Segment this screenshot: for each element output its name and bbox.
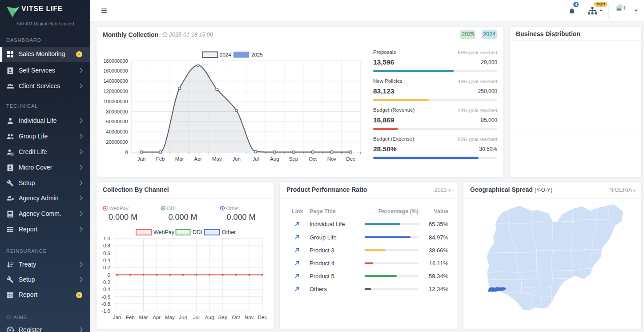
- svg-text:Feb: Feb: [126, 315, 135, 320]
- svg-text:140000000: 140000000: [103, 78, 128, 84]
- svg-text:0.4: 0.4: [103, 258, 111, 263]
- svg-text:180000000: 180000000: [103, 58, 128, 64]
- svg-text:2024: 2024: [220, 52, 231, 57]
- svg-text:Oct: Oct: [309, 156, 317, 162]
- svg-text:Mar: Mar: [139, 315, 148, 320]
- svg-text:0.6: 0.6: [103, 251, 110, 256]
- svg-text:80000000: 80000000: [106, 109, 128, 114]
- svg-text:May: May: [212, 156, 222, 162]
- svg-text:May: May: [165, 315, 175, 320]
- svg-text:DDI: DDI: [167, 206, 176, 211]
- svg-text:Apr: Apr: [194, 156, 202, 162]
- svg-text:Oct: Oct: [232, 315, 241, 320]
- svg-text:Jul: Jul: [252, 156, 259, 162]
- svg-text:Jun: Jun: [232, 156, 241, 162]
- svg-text:WebPay: WebPay: [153, 229, 175, 235]
- svg-text:1.0: 1.0: [103, 236, 110, 241]
- svg-text:0: 0: [125, 150, 128, 155]
- svg-text:Jun: Jun: [179, 315, 187, 320]
- svg-text:Mar: Mar: [175, 156, 184, 162]
- svg-text:0: 0: [108, 272, 110, 278]
- svg-text:Other: Other: [222, 229, 236, 235]
- svg-text:0.000 M: 0.000 M: [227, 213, 256, 222]
- svg-text:Other: Other: [226, 206, 239, 211]
- svg-text:Sep: Sep: [218, 315, 227, 320]
- svg-text:0.2: 0.2: [103, 265, 110, 270]
- svg-text:120000000: 120000000: [103, 89, 128, 94]
- svg-text:100000000: 100000000: [103, 99, 128, 104]
- svg-text:40000000: 40000000: [106, 129, 128, 134]
- svg-text:Sep: Sep: [289, 156, 298, 162]
- svg-text:DDI: DDI: [193, 229, 202, 235]
- svg-text:60000000: 60000000: [106, 119, 128, 124]
- svg-text:Nov: Nov: [245, 315, 254, 320]
- svg-text:0.000 M: 0.000 M: [169, 213, 197, 222]
- svg-text:Dec: Dec: [258, 315, 267, 320]
- svg-text:Dec: Dec: [346, 156, 355, 162]
- svg-text:-0.2: -0.2: [101, 279, 110, 285]
- svg-text:Aug: Aug: [205, 315, 214, 320]
- svg-text:-1.0: -1.0: [101, 308, 110, 314]
- svg-text:Jan: Jan: [113, 315, 121, 320]
- svg-text:2025: 2025: [251, 52, 263, 57]
- svg-text:20000000: 20000000: [106, 139, 128, 145]
- svg-text:Apr: Apr: [153, 315, 161, 320]
- svg-text:-0.8: -0.8: [101, 301, 110, 307]
- svg-text:-0.4: -0.4: [101, 287, 110, 292]
- svg-text:Aug: Aug: [270, 156, 279, 162]
- svg-text:160000000: 160000000: [103, 68, 128, 73]
- svg-text:0.000 M: 0.000 M: [109, 213, 137, 222]
- svg-text:Feb: Feb: [156, 156, 165, 162]
- svg-text:Jul: Jul: [193, 315, 200, 320]
- svg-text:0.8: 0.8: [103, 243, 110, 248]
- svg-text:Nov: Nov: [327, 156, 337, 162]
- svg-text:Jan: Jan: [137, 156, 146, 162]
- svg-text:-0.6: -0.6: [101, 294, 110, 300]
- svg-text:WebPay: WebPay: [109, 206, 129, 211]
